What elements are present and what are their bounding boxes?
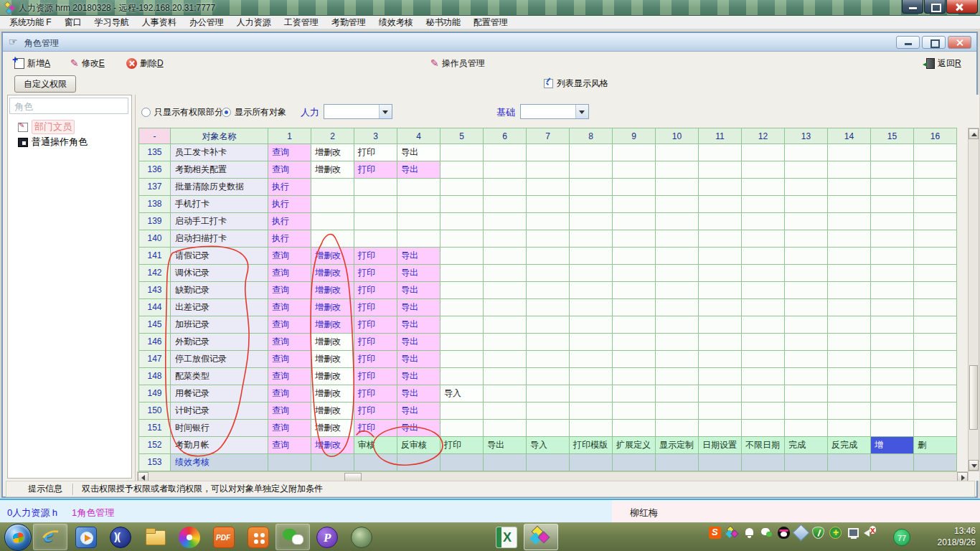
perm-cell[interactable]	[440, 265, 484, 282]
row-name[interactable]: 绩效考核	[171, 454, 268, 471]
row-name[interactable]: 手机打卡	[171, 196, 268, 213]
perm-cell[interactable]	[613, 230, 656, 248]
perm-cell[interactable]	[742, 213, 785, 230]
tray-wechat-icon[interactable]	[760, 527, 773, 539]
perm-cell[interactable]	[484, 196, 527, 213]
perm-cell[interactable]	[785, 385, 828, 402]
perm-cell[interactable]	[570, 161, 613, 179]
perm-cell[interactable]	[914, 213, 957, 230]
menu-item-9[interactable]: 秘书功能	[420, 16, 467, 29]
column-header-16[interactable]: 16	[914, 128, 957, 144]
custom-permission-button[interactable]: 自定义权限	[14, 75, 76, 93]
perm-cell[interactable]	[871, 144, 914, 161]
perm-cell[interactable]	[484, 316, 527, 334]
column-header-1[interactable]: 1	[268, 128, 311, 144]
back-button[interactable]: 返回R	[923, 55, 964, 71]
perm-cell[interactable]: 导出	[397, 402, 440, 420]
perm-cell[interactable]	[484, 368, 527, 385]
status-page-link[interactable]: 1角色管理	[72, 507, 114, 519]
status-module-link[interactable]: 0人力资源 h	[7, 507, 57, 519]
perm-cell[interactable]	[914, 196, 957, 213]
perm-cell[interactable]	[828, 420, 871, 437]
taskbar-item-pinwheel[interactable]	[172, 524, 207, 550]
perm-cell[interactable]	[699, 299, 742, 316]
perm-cell[interactable]	[742, 161, 785, 179]
base-filter-combobox[interactable]	[520, 104, 589, 119]
perm-cell[interactable]	[354, 230, 397, 248]
perm-cell[interactable]	[440, 161, 484, 179]
menu-item-4[interactable]: 办公管理	[183, 16, 230, 29]
menu-item-0[interactable]: 系统功能 F	[3, 16, 58, 29]
perm-cell[interactable]	[613, 144, 656, 161]
perm-cell[interactable]	[828, 282, 871, 299]
perm-cell[interactable]	[527, 334, 570, 351]
role-tree-item-1[interactable]: 普通操作角色	[18, 136, 88, 149]
object-name-header[interactable]: 对象名称	[171, 128, 268, 144]
perm-cell[interactable]	[570, 368, 613, 385]
perm-cell[interactable]: 增删改	[311, 437, 354, 454]
perm-cell[interactable]	[527, 161, 570, 179]
perm-cell[interactable]	[871, 385, 914, 402]
perm-cell[interactable]: 查询	[268, 282, 311, 299]
perm-cell[interactable]	[828, 213, 871, 230]
perm-cell[interactable]: 查询	[268, 144, 311, 161]
perm-cell[interactable]	[440, 334, 484, 351]
perm-cell[interactable]: 导出	[397, 248, 440, 265]
restore-button[interactable]	[924, 0, 946, 14]
perm-cell[interactable]	[785, 265, 828, 282]
perm-cell[interactable]	[440, 196, 484, 213]
add-button[interactable]: 新增A	[11, 55, 53, 71]
perm-cell[interactable]	[871, 402, 914, 420]
perm-cell[interactable]	[397, 179, 440, 196]
perm-cell[interactable]	[354, 179, 397, 196]
perm-cell[interactable]	[656, 402, 699, 420]
radio-only-circle[interactable]	[141, 108, 151, 117]
perm-cell[interactable]	[311, 179, 354, 196]
corner-header[interactable]: -	[138, 128, 171, 144]
perm-cell[interactable]	[354, 213, 397, 230]
row-name[interactable]: 考勤相关配置	[171, 161, 268, 179]
perm-cell[interactable]	[914, 402, 957, 420]
scroll-down-button[interactable]	[969, 460, 979, 471]
perm-cell[interactable]	[613, 316, 656, 334]
list-style-toggle[interactable]: 列表显示风格	[544, 77, 608, 90]
menu-item-5[interactable]: 人力资源	[230, 16, 278, 29]
perm-cell[interactable]	[484, 248, 527, 265]
perm-cell[interactable]	[484, 402, 527, 420]
perm-cell[interactable]	[613, 248, 656, 265]
perm-cell[interactable]	[699, 265, 742, 282]
perm-cell[interactable]	[484, 299, 527, 316]
list-style-checkbox[interactable]	[544, 79, 553, 88]
perm-cell[interactable]	[871, 282, 914, 299]
perm-cell[interactable]	[914, 144, 957, 161]
perm-cell[interactable]	[570, 316, 613, 334]
perm-cell[interactable]: 增	[871, 437, 914, 454]
perm-cell[interactable]	[570, 351, 613, 368]
perm-cell[interactable]	[527, 144, 570, 161]
menu-item-1[interactable]: 窗口	[58, 16, 88, 29]
perm-cell[interactable]	[440, 179, 484, 196]
row-name[interactable]: 请假记录	[171, 248, 268, 265]
tray-sparkle-icon[interactable]	[792, 524, 809, 541]
column-header-7[interactable]: 7	[527, 128, 570, 144]
perm-cell[interactable]	[570, 144, 613, 161]
perm-cell[interactable]	[785, 144, 828, 161]
perm-cell[interactable]	[613, 368, 656, 385]
perm-cell[interactable]	[914, 351, 957, 368]
taskbar-item-start[interactable]	[1, 524, 34, 550]
perm-cell[interactable]: 增删改	[311, 351, 354, 368]
perm-cell[interactable]	[527, 248, 570, 265]
perm-cell[interactable]: 打印	[354, 402, 397, 420]
row-name[interactable]: 加班记录	[171, 316, 268, 334]
perm-cell[interactable]: 导出	[397, 385, 440, 402]
perm-cell[interactable]: 查询	[268, 161, 311, 179]
column-header-4[interactable]: 4	[397, 128, 440, 144]
perm-cell[interactable]	[397, 196, 440, 213]
perm-cell[interactable]: 扩展定义	[613, 437, 656, 454]
perm-cell[interactable]: 执行	[268, 196, 311, 213]
perm-cell[interactable]	[742, 265, 785, 282]
perm-cell[interactable]	[699, 282, 742, 299]
perm-cell[interactable]	[656, 144, 699, 161]
perm-cell[interactable]	[656, 161, 699, 179]
perm-cell[interactable]	[699, 230, 742, 248]
